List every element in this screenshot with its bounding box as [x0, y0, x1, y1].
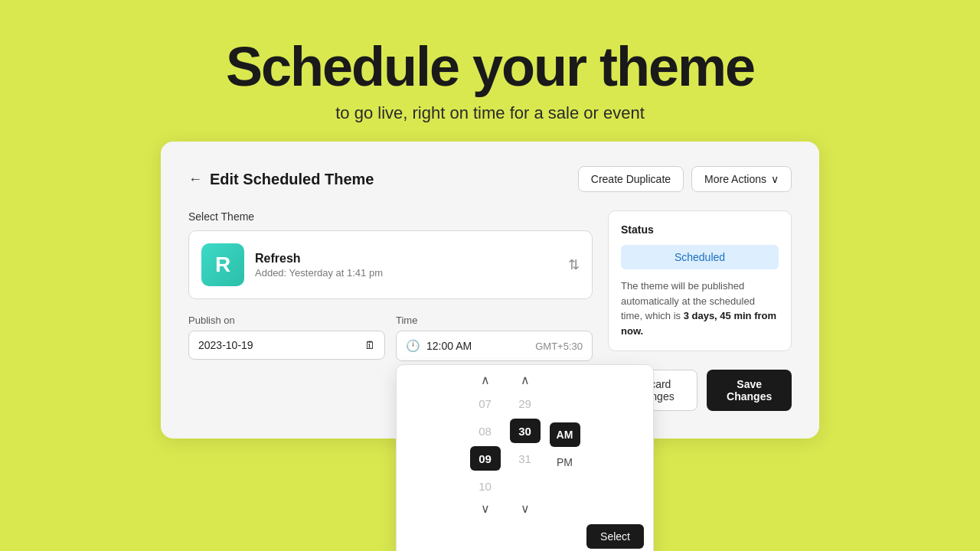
- card-header-right: Create Duplicate More Actions ∨: [578, 166, 792, 192]
- minute-item-32[interactable]: [510, 474, 541, 498]
- hour-item-07[interactable]: 07: [470, 391, 501, 416]
- create-duplicate-button[interactable]: Create Duplicate: [578, 166, 684, 192]
- more-actions-button[interactable]: More Actions ∨: [691, 166, 792, 192]
- edit-card: ← Edit Scheduled Theme Create Duplicate …: [161, 142, 819, 439]
- theme-selector-chevron-icon[interactable]: ⇅: [568, 256, 580, 273]
- back-arrow-icon[interactable]: ←: [188, 171, 202, 187]
- hour-item-10[interactable]: 10: [470, 474, 501, 498]
- time-value: 12:00 AM: [426, 340, 472, 352]
- hero-title: Schedule your theme: [226, 37, 754, 97]
- pm-item[interactable]: PM: [550, 450, 580, 474]
- card-header: ← Edit Scheduled Theme Create Duplicate …: [188, 166, 792, 192]
- status-badge: Scheduled: [621, 245, 779, 269]
- left-panel: Select Theme R Refresh Added: Yesterday …: [188, 210, 593, 411]
- ampm-column: AM PM: [545, 413, 585, 476]
- minute-item-30[interactable]: 30: [510, 419, 541, 443]
- date-input[interactable]: 2023-10-19 🗓: [188, 331, 385, 360]
- publish-on-label: Publish on: [188, 315, 385, 326]
- date-value: 2023-10-19: [198, 339, 253, 351]
- hours-column: ∧ 07 08 09 10 ∨: [466, 371, 505, 518]
- minute-item-29[interactable]: 29: [510, 391, 541, 416]
- publish-row: Publish on 2023-10-19 🗓 Time 🕛 12:00 AM …: [188, 315, 593, 361]
- status-box: Status Scheduled The theme will be publi…: [608, 210, 792, 351]
- calendar-icon[interactable]: 🗓: [364, 339, 375, 351]
- minutes-down-arrow[interactable]: ∨: [514, 500, 536, 518]
- select-theme-label: Select Theme: [188, 210, 593, 223]
- theme-selector[interactable]: R Refresh Added: Yesterday at 1:41 pm ⇅: [188, 230, 593, 299]
- hour-item-08[interactable]: 08: [470, 419, 501, 443]
- gmt-label: GMT+5:30: [535, 341, 583, 352]
- time-columns: ∧ 07 08 09 10 ∨ ∧ 29 30: [397, 371, 653, 518]
- chevron-down-icon: ∨: [771, 173, 779, 185]
- theme-added-date: Added: Yesterday at 1:41 pm: [255, 267, 568, 279]
- theme-name: Refresh: [255, 252, 568, 266]
- time-picker-dropdown: ∧ 07 08 09 10 ∨ ∧ 29 30: [396, 364, 654, 551]
- status-title: Status: [621, 223, 779, 236]
- save-changes-button[interactable]: Save Changes: [707, 370, 792, 411]
- clock-icon: 🕛: [406, 339, 420, 353]
- hero-section: Schedule your theme to go live, right on…: [226, 0, 754, 142]
- minute-item-31[interactable]: 31: [510, 446, 541, 471]
- hour-item-09[interactable]: 09: [470, 446, 501, 471]
- hours-up-arrow[interactable]: ∧: [475, 371, 496, 390]
- card-body: Select Theme R Refresh Added: Yesterday …: [188, 210, 792, 411]
- minutes-up-arrow[interactable]: ∧: [514, 371, 536, 390]
- minutes-column: ∧ 29 30 31 ∨: [505, 371, 545, 518]
- card-header-left: ← Edit Scheduled Theme: [188, 171, 374, 188]
- picker-footer: Select: [397, 518, 653, 549]
- theme-icon: R: [201, 243, 244, 286]
- select-time-button[interactable]: Select: [586, 524, 644, 549]
- hero-subtitle: to go live, right on time for a sale or …: [226, 103, 754, 123]
- hours-down-arrow[interactable]: ∨: [475, 500, 496, 518]
- am-item[interactable]: AM: [550, 422, 580, 447]
- time-field: Time 🕛 12:00 AM GMT+5:30 ∧ 07: [396, 315, 593, 361]
- time-input[interactable]: 🕛 12:00 AM GMT+5:30: [396, 331, 593, 361]
- status-description: The theme will be published automaticall…: [621, 279, 779, 338]
- page-title: Edit Scheduled Theme: [210, 171, 374, 188]
- time-label: Time: [396, 315, 593, 326]
- publish-on-field: Publish on 2023-10-19 🗓: [188, 315, 385, 360]
- theme-info: Refresh Added: Yesterday at 1:41 pm: [255, 252, 568, 279]
